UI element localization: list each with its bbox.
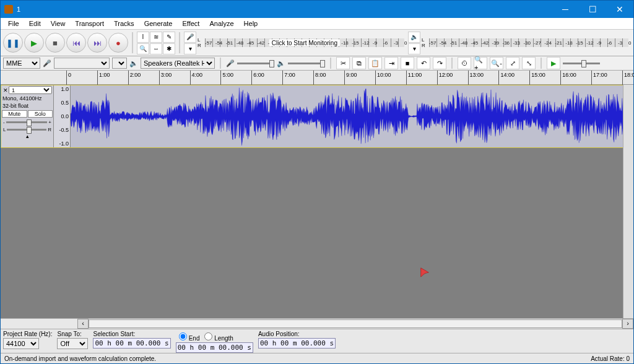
play-speed-slider[interactable] [563,63,600,64]
snap-to-label: Snap To: [57,331,88,337]
menu-analyze[interactable]: Analyze [204,19,238,28]
menu-generate[interactable]: Generate [139,19,178,28]
pause-button[interactable]: ❚❚ [3,33,23,53]
timeline-ruler[interactable]: 01:002:003:004:005:006:007:008:009:0010:… [1,71,633,85]
scroll-left-button[interactable]: ‹ [77,319,89,329]
ruler-tick: 13:00 [468,71,471,85]
fit-project-button[interactable]: ⤡ [522,57,536,69]
app-icon [4,5,13,14]
menu-help[interactable]: Help [239,19,263,28]
solo-button[interactable]: Solo [28,110,53,118]
vertical-scale[interactable]: 1.00.50.0-0.5-1.0 [54,85,71,147]
ruler-tick: 6:00 [251,71,254,85]
fit-selection-button[interactable]: ⤢ [506,57,519,69]
speaker-volume-slider[interactable] [288,63,325,64]
end-radio[interactable] [179,332,187,340]
ruler-tick: 1:00 [97,71,100,85]
speaker-icon[interactable]: 🔈 [408,32,420,43]
ruler-tick: 11:00 [406,71,409,85]
maximize-button[interactable]: ☐ [579,1,606,18]
ruler-tick: 10:00 [375,71,378,85]
undo-button[interactable]: ↶ [417,57,430,69]
mic-vol-icon: 🎤 [226,59,235,67]
selection-toolbar: Project Rate (Hz): 44100 Snap To: Off Se… [1,329,633,353]
record-button[interactable]: ● [108,33,128,53]
minimize-button[interactable]: ─ [552,1,579,18]
draw-tool[interactable]: ✎ [163,32,175,43]
snap-to-select[interactable]: Off [57,338,88,349]
skip-start-button[interactable]: ⏮ [66,33,86,53]
scroll-right-button[interactable]: › [622,319,633,329]
timeshift-tool[interactable]: ↔ [150,43,162,54]
menu-view[interactable]: View [46,19,71,28]
audio-position-label: Audio Position: [258,331,336,337]
menu-file[interactable]: File [3,19,24,28]
ruler-tick: 16:00 [560,71,563,85]
audio-position-field[interactable]: 00 h 00 m 00.000 s [258,338,336,349]
ruler-tick: 0 [66,71,69,85]
pan-slider[interactable]: LR [1,126,53,133]
menu-tracks[interactable]: Tracks [109,19,139,28]
horizontal-scrollbar[interactable]: ‹ › [1,318,633,329]
skip-end-button[interactable]: ⏭ [87,33,107,53]
menu-edit[interactable]: Edit [24,19,46,28]
length-radio[interactable] [204,332,212,340]
sync-lock-button[interactable]: ⏲ [458,57,471,69]
mic-icon[interactable]: 🎤 [184,32,196,43]
selection-tool[interactable]: I [137,32,149,43]
audio-host-select[interactable]: MME [3,58,40,69]
play-at-speed-button[interactable]: ▶ [547,57,560,69]
project-rate-label: Project Rate (Hz): [3,331,52,337]
ruler-tick: 7:00 [282,71,285,85]
copy-button[interactable]: ⧉ [352,57,366,69]
cut-button[interactable]: ✂ [336,57,350,69]
mic-menu-icon[interactable]: ▾ [184,43,196,54]
vertical-scrollbar[interactable] [623,85,633,318]
speaker-vol-icon: 🔈 [277,59,285,67]
selection-end-field[interactable]: 00 h 00 m 00.000 s [176,342,253,353]
playback-meter[interactable]: -57-54-51-48-45-42-39-36-33-30-27-24-21-… [429,32,628,53]
collapse-button[interactable]: ▴ [1,133,53,139]
mic-device-icon: 🎤 [43,59,51,67]
trim-button[interactable]: ⇥ [384,57,398,69]
paste-button[interactable]: 📋 [368,57,382,69]
ruler-tick: 15:00 [529,71,532,85]
zoom-tool[interactable]: 🔍 [137,43,149,54]
track-menu[interactable]: 1 [9,86,52,94]
audio-track[interactable]: ✕1 Mono, 44100Hz 32-bit float MuteSolo -… [1,85,633,148]
track-close-button[interactable]: ✕ [2,87,9,93]
multi-tool[interactable]: ✱ [163,43,175,54]
ruler-tick: 18:00 [622,71,625,85]
silence-button[interactable]: ■ [401,57,414,69]
mute-button[interactable]: Mute [2,110,27,118]
ruler-tick: 8:00 [313,71,316,85]
menu-effect[interactable]: Effect [178,19,205,28]
speaker-menu-icon[interactable]: ▾ [408,43,420,54]
separator [132,32,133,53]
track-info1: Mono, 44100Hz [1,95,53,102]
stop-button[interactable]: ■ [45,33,65,53]
separator [179,32,180,53]
project-rate-select[interactable]: 44100 [3,338,39,349]
scroll-track[interactable] [89,319,622,328]
ruler-tick: 12:00 [437,71,440,85]
play-button[interactable]: ▶ [24,33,44,53]
gain-slider[interactable]: -+ [1,118,53,126]
ruler-tick: 5:00 [220,71,223,85]
close-button[interactable]: ✕ [606,1,633,18]
input-device-select[interactable] [54,58,110,69]
redo-button[interactable]: ↷ [433,57,446,69]
selection-start-field[interactable]: 00 h 00 m 00.000 s [93,338,170,349]
zoom-out-button[interactable]: 🔍- [490,57,503,69]
track-control-panel[interactable]: ✕1 Mono, 44100Hz 32-bit float MuteSolo -… [1,85,54,147]
recording-meter[interactable]: -57-54-51-48-45-42-39-36-33-30-27-24-21-… [205,32,404,53]
transport-toolbar: ❚❚ ▶ ■ ⏮ ⏭ ● I ≋ ✎ 🔍 ↔ ✱ 🎤 ▾ LR -57-54 [1,30,633,56]
menu-transport[interactable]: Transport [70,19,109,28]
mic-volume-slider[interactable] [237,63,274,64]
envelope-tool[interactable]: ≋ [150,32,162,43]
ruler-tick: 14:00 [498,71,501,85]
output-device-select[interactable]: Speakers (Realtek High De [141,58,215,69]
zoom-in-button[interactable]: 🔍+ [474,57,487,69]
waveform-display[interactable] [71,85,633,147]
input-channels-select[interactable] [112,58,127,69]
